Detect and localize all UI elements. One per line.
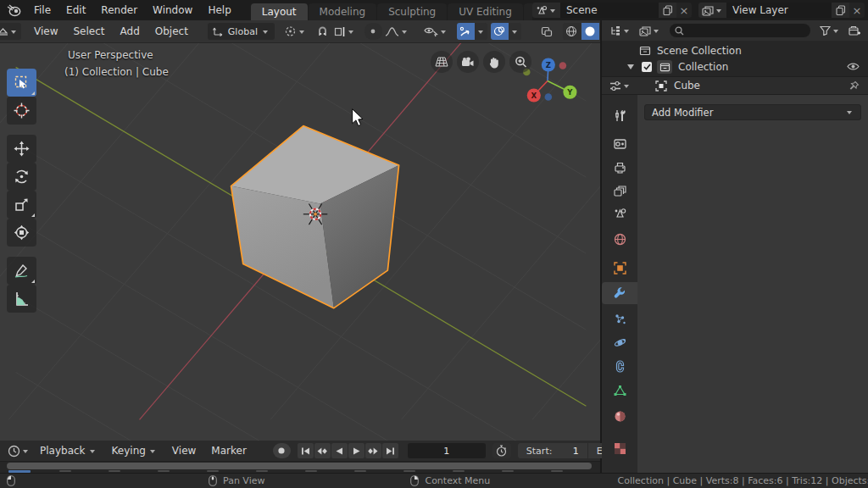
auto-keyframe-button[interactable]	[273, 443, 291, 458]
scene-name-field[interactable]: Scene	[560, 3, 659, 18]
outliner-editor-type-button[interactable]	[607, 22, 633, 39]
current-frame-field[interactable]: 1	[408, 443, 486, 458]
add-modifier-dropdown[interactable]: Add Modifier	[644, 104, 861, 120]
tab-sculpting[interactable]: Sculpting	[377, 3, 447, 20]
menu-file[interactable]: File	[26, 4, 58, 16]
pan-view-button[interactable]	[483, 51, 505, 73]
menu-object[interactable]: Object	[147, 25, 196, 37]
view-layer-copy-button[interactable]	[832, 3, 849, 18]
show-overlays-toggle[interactable]	[491, 23, 509, 40]
outliner-search[interactable]	[670, 24, 810, 37]
proportional-editing-toggle[interactable]	[364, 23, 382, 40]
ptab-view-layer[interactable]	[609, 180, 632, 202]
pin-icon[interactable]	[849, 80, 860, 92]
gizmo-axis-neg-x[interactable]	[559, 62, 567, 69]
new-collection-button[interactable]	[846, 23, 863, 38]
menu-help[interactable]: Help	[200, 4, 238, 16]
disclosure-triangle-icon[interactable]	[627, 64, 634, 69]
pivot-point-dropdown[interactable]	[281, 23, 309, 40]
snap-toggle[interactable]	[314, 23, 331, 40]
ptab-scene[interactable]	[609, 202, 632, 225]
tool-select-box[interactable]	[7, 69, 36, 97]
outliner-search-input[interactable]	[688, 25, 805, 36]
tool-transform[interactable]	[7, 219, 36, 247]
outliner-item-scene-collection[interactable]: Scene Collection	[602, 42, 868, 58]
tool-scale[interactable]	[7, 191, 36, 219]
tool-annotate[interactable]	[7, 257, 36, 285]
collection-checkbox[interactable]	[642, 62, 652, 72]
view-layer-browse-button[interactable]	[698, 3, 726, 18]
editor-type-button[interactable]	[0, 23, 21, 40]
menu-keying[interactable]: Keying	[104, 445, 164, 457]
menu-playback[interactable]: Playback	[32, 445, 104, 457]
ptab-texture[interactable]	[609, 437, 632, 459]
tab-uv-editing[interactable]: UV Editing	[448, 3, 523, 20]
outliner-filter-dropdown[interactable]	[817, 22, 843, 39]
jump-to-end-button[interactable]	[382, 443, 398, 458]
ptab-world[interactable]	[609, 228, 632, 250]
tab-texture-paint[interactable]: Texture Paint	[524, 3, 532, 20]
ptab-physics[interactable]	[609, 331, 632, 353]
collection-icon-button[interactable]	[657, 60, 672, 74]
next-keyframe-button[interactable]	[365, 443, 381, 458]
viewport-canvas[interactable]: Z Y X	[0, 42, 602, 441]
gizmo-axis-z[interactable]: Z	[542, 58, 555, 71]
gizmo-axis-x[interactable]: X	[527, 88, 541, 102]
frame-start-field[interactable]: Start: 1	[518, 443, 587, 458]
tool-measure[interactable]	[7, 285, 36, 313]
menu-view[interactable]: View	[26, 25, 65, 37]
shading-solid-button[interactable]	[581, 23, 599, 40]
cube-object[interactable]	[231, 126, 399, 308]
menu-marker[interactable]: Marker	[203, 445, 253, 457]
viewport-3d[interactable]: View Select Add Object Global	[0, 20, 602, 441]
properties-editor-type-button[interactable]	[607, 77, 633, 94]
visibility-eye-icon[interactable]	[847, 62, 860, 71]
ptab-particles[interactable]	[609, 308, 632, 330]
xray-toggle[interactable]	[538, 23, 556, 40]
ptab-output[interactable]	[609, 157, 632, 179]
scene-unlink-button[interactable]: ×	[676, 3, 692, 18]
menu-edit[interactable]: Edit	[58, 4, 93, 16]
use-preview-range-button[interactable]	[492, 443, 511, 458]
scene-browse-button[interactable]	[532, 3, 560, 18]
shading-wireframe-button[interactable]	[563, 23, 581, 40]
properties-breadcrumb[interactable]: Cube	[674, 80, 700, 92]
menu-select[interactable]: Select	[65, 25, 112, 37]
object-visibility-dropdown[interactable]	[421, 23, 450, 40]
outliner-display-mode-dropdown[interactable]	[637, 22, 663, 39]
zoom-view-button[interactable]	[509, 51, 531, 73]
tab-layout[interactable]: Layout	[251, 3, 308, 20]
tool-cursor[interactable]	[7, 97, 36, 125]
tab-modeling[interactable]: Modeling	[309, 3, 377, 20]
prev-keyframe-button[interactable]	[314, 443, 331, 458]
timeline-editor-type-button[interactable]	[5, 442, 32, 459]
gizmo-axis-neg-z[interactable]	[545, 93, 553, 101]
ptab-tool[interactable]	[609, 104, 632, 126]
proportional-falloff-dropdown[interactable]	[382, 23, 411, 40]
camera-view-button[interactable]	[457, 51, 479, 73]
jump-to-start-button[interactable]	[298, 443, 314, 458]
play-button[interactable]	[348, 443, 364, 458]
gizmo-axis-y[interactable]: Y	[563, 86, 576, 99]
ptab-material[interactable]	[609, 405, 632, 427]
toggle-perspective-button[interactable]	[431, 51, 453, 73]
gizmo-dropdown[interactable]	[475, 23, 487, 40]
menu-render[interactable]: Render	[93, 4, 145, 16]
menu-add[interactable]: Add	[113, 25, 147, 37]
overlays-dropdown[interactable]	[509, 23, 521, 40]
blender-logo-icon[interactable]	[7, 4, 21, 17]
view-layer-name-field[interactable]: View Layer	[726, 3, 832, 18]
transform-orientation-dropdown[interactable]: Global	[208, 23, 275, 40]
tool-rotate[interactable]	[7, 163, 36, 191]
menu-timeline-view[interactable]: View	[164, 445, 203, 457]
ptab-object-data[interactable]	[609, 380, 632, 402]
outliner-item-collection[interactable]: Collection	[602, 58, 868, 75]
snap-with-dropdown[interactable]	[331, 23, 358, 40]
ptab-constraints[interactable]	[609, 355, 632, 377]
ptab-modifiers[interactable]	[602, 282, 637, 304]
scene-copy-button[interactable]	[659, 3, 676, 18]
tool-move[interactable]	[7, 135, 36, 163]
menu-window[interactable]: Window	[145, 4, 200, 16]
play-reverse-button[interactable]	[331, 443, 348, 458]
show-gizmo-toggle[interactable]	[457, 23, 475, 40]
